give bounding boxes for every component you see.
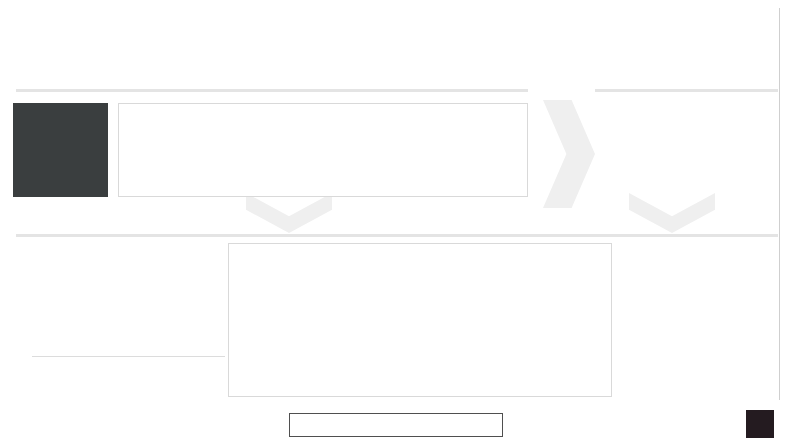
- ebitda-margin-value: [706, 334, 746, 374]
- waterfall-chart: [20, 246, 225, 396]
- story-box: [118, 103, 528, 197]
- metrics-panel: [228, 243, 612, 397]
- gross-profit-margin-value: [639, 263, 679, 303]
- page-title: [15, 7, 20, 29]
- waterfall-x-axis: [32, 356, 225, 357]
- story-heading-rule: [120, 89, 528, 92]
- chevron-down-icon: [629, 193, 715, 233]
- gross-profit-margin-donut: [628, 252, 690, 314]
- scenario-heading-rule: [16, 89, 125, 92]
- right-edge-rule: [779, 8, 780, 400]
- footer-section-button[interactable]: [289, 413, 503, 437]
- slide: [0, 0, 792, 446]
- results-heading-rule: [16, 234, 778, 237]
- scenario-name-box: [13, 103, 108, 197]
- page-title-accent: [15, 7, 20, 28]
- chevron-down-icon: [246, 193, 332, 233]
- chevron-right-icon: [543, 100, 595, 208]
- ebitda-margin-donut: [695, 323, 757, 385]
- kpis-heading-rule: [595, 89, 778, 92]
- company-logo: [746, 410, 774, 438]
